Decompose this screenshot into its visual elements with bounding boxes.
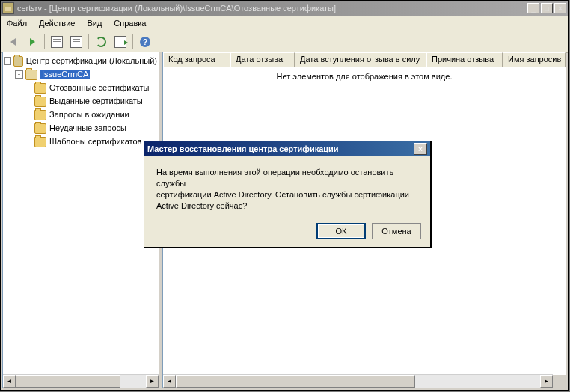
tree-item-revoked[interactable]: Отозванные сертификаты: [4, 81, 157, 94]
tree-item-label: Запросы в ожидании: [49, 110, 129, 119]
dialog-text-line: сертификации Active Directory. Остановит…: [156, 190, 409, 199]
title-sep: -: [42, 4, 49, 13]
scroll-corner: [553, 375, 566, 388]
dialog-text-line: Active Directory сейчас?: [156, 201, 247, 210]
scroll-right-button[interactable]: ►: [540, 375, 553, 388]
scroll-thumb[interactable]: [176, 375, 415, 388]
scroll-right-button[interactable]: ►: [146, 375, 159, 388]
back-button[interactable]: [4, 33, 22, 51]
export-icon: [114, 36, 126, 48]
titlebar: certsrv - [Центр сертификации (Локальный…: [1, 1, 568, 16]
arrow-right-icon: [30, 38, 35, 46]
restore-wizard-dialog: Мастер восстановления центра сертификаци…: [144, 141, 431, 248]
menu-help[interactable]: Справка: [108, 17, 152, 29]
ca-icon: [25, 70, 37, 80]
collapse-icon[interactable]: -: [4, 57, 11, 65]
tree-root[interactable]: - Центр сертификации (Локальный): [4, 54, 157, 67]
dialog-close-button[interactable]: ×: [414, 143, 427, 155]
tree[interactable]: - Центр сертификации (Локальный) - Issue…: [3, 52, 159, 150]
help-button[interactable]: ?: [136, 33, 154, 51]
tree-item-label: Шаблоны сертификатов: [49, 137, 141, 146]
tree-item-pending[interactable]: Запросы в ожидании: [4, 108, 157, 121]
minimize-button[interactable]: _: [527, 3, 539, 13]
col-reason[interactable]: Причина отзыва: [426, 52, 503, 67]
collapse-icon[interactable]: -: [15, 70, 23, 79]
tree-item-label: Отозванные сертификаты: [49, 83, 149, 92]
scroll-left-button[interactable]: ◄: [163, 375, 176, 388]
dialog-titlebar: Мастер восстановления центра сертификаци…: [144, 141, 430, 156]
menu-view[interactable]: Вид: [81, 17, 108, 29]
window-controls: _ □ ×: [527, 3, 566, 13]
window-title: certsrv - [Центр сертификации (Локальный…: [17, 4, 527, 13]
folder-icon: [34, 123, 46, 134]
tree-item-label: Неудачные запросы: [49, 123, 126, 132]
toolbar-separator: [132, 34, 133, 49]
tree-pane: - Центр сертификации (Локальный) - Issue…: [2, 52, 159, 388]
tree-root-label: Центр сертификации (Локальный): [26, 56, 157, 65]
toolbar-separator: [88, 34, 89, 49]
toolbar-separator: [44, 34, 45, 49]
folder-icon: [34, 83, 46, 94]
forward-button[interactable]: [23, 33, 41, 51]
scroll-track[interactable]: [415, 375, 540, 388]
menu-action[interactable]: Действие: [33, 17, 81, 29]
tree-hscrollbar[interactable]: ◄ ►: [3, 374, 159, 388]
tree-item-label: Выданные сертификаты: [49, 97, 143, 105]
tree-ca[interactable]: - IssueCrmCA: [4, 67, 157, 81]
title-path: [Центр сертификации (Локальный)\IssueCrm…: [49, 4, 336, 13]
tree-item-templates[interactable]: Шаблоны сертификатов: [4, 135, 157, 148]
content-hscrollbar[interactable]: ◄ ►: [163, 374, 553, 388]
list-icon: [70, 36, 82, 48]
col-requester[interactable]: Имя запросив: [503, 52, 566, 67]
maximize-button[interactable]: □: [541, 3, 553, 13]
list-button[interactable]: [67, 33, 85, 51]
ok-button[interactable]: ОК: [316, 223, 366, 239]
scroll-left-button[interactable]: ◄: [3, 375, 16, 388]
col-effective-date[interactable]: Дата вступления отзыва в силу: [295, 52, 426, 67]
scroll-track[interactable]: [120, 375, 146, 388]
folder-icon: [34, 110, 46, 120]
dialog-buttons: ОК Отмена: [316, 223, 421, 239]
empty-message: Нет элементов для отображения в этом вид…: [163, 72, 566, 81]
refresh-button[interactable]: [92, 33, 110, 51]
toolbar: ?: [1, 31, 568, 53]
folder-icon: [34, 137, 46, 147]
col-revoke-date[interactable]: Дата отзыва: [230, 52, 295, 67]
menu-file[interactable]: Файл: [1, 17, 33, 29]
app-icon: [2, 2, 14, 14]
tree-ca-label: IssueCrmCA: [40, 70, 90, 79]
close-button[interactable]: ×: [554, 3, 566, 13]
folder-icon: [34, 97, 46, 107]
scroll-thumb[interactable]: [16, 375, 120, 388]
col-request-id[interactable]: Код запроса: [163, 52, 230, 67]
properties-icon: [51, 36, 63, 48]
help-icon: ?: [140, 37, 150, 47]
menubar: Файл Действие Вид Справка: [1, 16, 568, 31]
arrow-left-icon: [10, 38, 16, 46]
folder-icon: [13, 56, 23, 67]
tree-item-issued[interactable]: Выданные сертификаты: [4, 94, 157, 108]
dialog-body: На время выполнения этой операции необхо…: [144, 156, 430, 217]
list-header: Код запроса Дата отзыва Дата вступления …: [163, 52, 566, 67]
export-button[interactable]: [111, 33, 129, 51]
properties-button[interactable]: [48, 33, 66, 51]
dialog-title: Мастер восстановления центра сертификаци…: [147, 144, 414, 153]
dialog-text-line: На время выполнения этой операции необхо…: [156, 168, 393, 188]
tree-item-failed[interactable]: Неудачные запросы: [4, 121, 157, 135]
app-name: certsrv: [17, 4, 42, 13]
cancel-button[interactable]: Отмена: [372, 223, 421, 239]
refresh-icon: [96, 37, 106, 47]
